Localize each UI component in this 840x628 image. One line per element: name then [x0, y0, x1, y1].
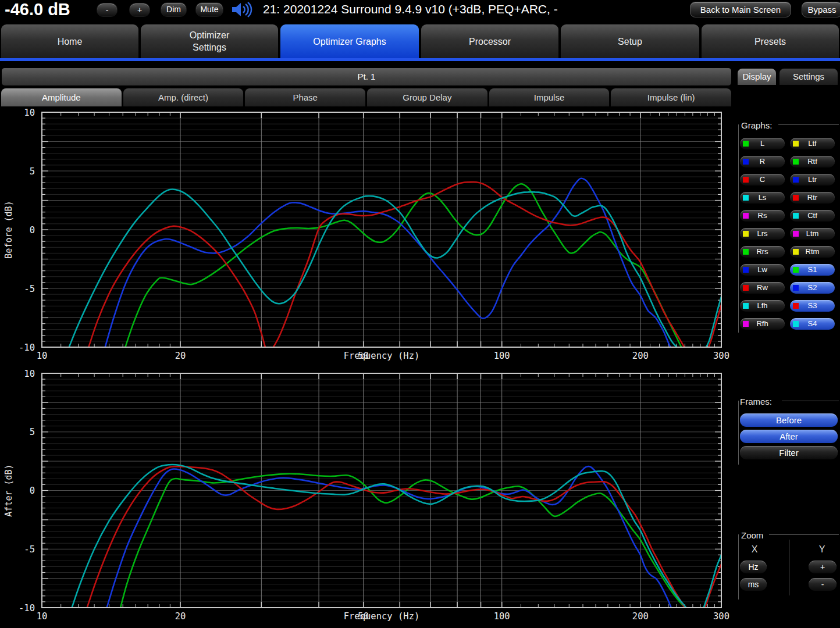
curve-S1 — [122, 184, 721, 367]
x-axis-title: Frequency (Hz) — [344, 351, 420, 361]
graph-button-Rfh[interactable]: Rfh — [740, 318, 785, 330]
main-tab-label: Presets — [732, 35, 808, 48]
channel-color-swatch — [793, 231, 799, 237]
channel-color-swatch — [743, 285, 749, 291]
channel-label: S3 — [808, 301, 817, 310]
x-tick-label: 10 — [37, 611, 48, 622]
graph-button-Rs[interactable]: Rs — [740, 210, 785, 222]
channel-color-swatch — [743, 267, 749, 273]
channel-color-swatch — [793, 195, 799, 201]
x-tick-label: 100 — [494, 351, 510, 361]
main-tab-processor[interactable]: Processor — [421, 24, 558, 58]
panel-tab-settings[interactable]: Settings — [780, 69, 838, 85]
zoom-divider — [789, 540, 789, 595]
channel-color-swatch — [743, 321, 749, 327]
channel-label: S4 — [808, 319, 817, 328]
channel-label: Ltr — [808, 175, 817, 184]
chart-tab-impulse[interactable]: Impulse — [489, 88, 610, 106]
x-tick-label: 20 — [175, 351, 186, 361]
channel-label: Rs — [758, 211, 767, 220]
channel-label: Lfh — [757, 301, 767, 310]
y-tick-label: -10 — [19, 342, 35, 353]
graph-button-S3[interactable]: S3 — [790, 300, 835, 312]
graph-button-Lfh[interactable]: Lfh — [740, 300, 785, 312]
y-tick-label: 5 — [30, 427, 35, 437]
chart-before: 1050-5-10102050100200300Frequency (Hz)Be… — [0, 108, 734, 367]
panel-tab-display[interactable]: Display — [738, 69, 776, 85]
channel-label: Ltf — [808, 139, 816, 148]
y-tick-label: 0 — [30, 486, 35, 496]
graph-button-Ls[interactable]: Ls — [740, 192, 785, 204]
graph-button-L[interactable]: L — [740, 138, 785, 149]
y-tick-label: -5 — [24, 544, 35, 555]
graph-button-C[interactable]: C — [740, 174, 785, 185]
bypass-button[interactable]: Bypass — [802, 2, 840, 17]
chart-tab-impulse-lin-[interactable]: Impulse (lin) — [611, 88, 731, 106]
chart-tab-amp-direct-[interactable]: Amp. (direct) — [123, 88, 244, 106]
graph-button-Ltf[interactable]: Ltf — [790, 138, 835, 149]
graph-button-Lrs[interactable]: Lrs — [740, 228, 785, 240]
graph-button-S4[interactable]: S4 — [790, 318, 835, 330]
chart-tab-amplitude[interactable]: Amplitude — [1, 88, 122, 106]
frames-section-label: Frames: — [740, 397, 772, 406]
main-tab-label: Home — [32, 35, 108, 48]
graph-button-Ctf[interactable]: Ctf — [790, 210, 835, 222]
chart-tab-group-delay[interactable]: Group Delay — [367, 88, 487, 106]
channel-color-swatch — [743, 213, 749, 219]
volume-minus-button[interactable]: - — [97, 3, 118, 17]
mute-button[interactable]: Mute — [195, 2, 223, 17]
y-tick-label: -10 — [19, 603, 35, 613]
channel-label: Rtr — [807, 193, 817, 202]
frame-button-filter[interactable]: Filter — [740, 446, 838, 459]
y-axis-title: After (dB) — [3, 464, 14, 516]
graphs-section-label: Graphs: — [741, 120, 772, 130]
x-tick-label: 200 — [632, 351, 649, 361]
channel-color-swatch — [743, 249, 749, 255]
graph-button-S2[interactable]: S2 — [790, 282, 835, 294]
curve-S3 — [83, 466, 721, 622]
main-tab-optimizer-settings[interactable]: Optimizer Settings — [141, 24, 278, 58]
channel-label: Rw — [757, 283, 768, 292]
graph-button-S1[interactable]: S1 — [790, 264, 835, 276]
back-to-main-button[interactable]: Back to Main Screen — [690, 2, 791, 17]
channel-label: Rtf — [807, 157, 817, 166]
graph-button-Rtm[interactable]: Rtm — [790, 246, 835, 258]
main-tab-setup[interactable]: Setup — [561, 24, 699, 58]
main-tab-home[interactable]: Home — [1, 24, 138, 58]
graph-button-Rw[interactable]: Rw — [740, 282, 785, 294]
graph-button-Rrs[interactable]: Rrs — [740, 246, 785, 258]
chart-tab-phase[interactable]: Phase — [245, 88, 365, 106]
graph-button-Rtf[interactable]: Rtf — [790, 156, 835, 167]
zoom-x-ms-button[interactable]: ms — [740, 578, 767, 591]
channel-color-swatch — [793, 285, 799, 291]
graph-button-R[interactable]: R — [740, 156, 785, 167]
zoom-y-minus-button[interactable]: - — [809, 578, 837, 591]
frame-button-before[interactable]: Before — [740, 413, 838, 427]
x-tick-label: 10 — [37, 351, 48, 361]
channel-color-swatch — [743, 159, 749, 165]
frame-button-after[interactable]: After — [740, 430, 838, 443]
point-header[interactable]: Pt. 1 — [2, 68, 731, 85]
graph-button-Rtr[interactable]: Rtr — [790, 192, 835, 204]
zoom-y-plus-button[interactable]: + — [809, 561, 837, 573]
channel-label: Ltm — [806, 229, 819, 238]
y-axis-title: Before (dB) — [3, 201, 14, 258]
zoom-x-hz-button[interactable]: Hz — [740, 561, 767, 573]
dim-button[interactable]: Dim — [161, 2, 187, 17]
graph-button-Ltm[interactable]: Ltm — [790, 228, 835, 240]
main-tab-presets[interactable]: Presets — [702, 24, 839, 58]
chart-after: 1050-5-10102050100200300Frequency (Hz)Af… — [0, 367, 734, 628]
channel-color-swatch — [793, 141, 799, 147]
x-tick-label: 300 — [713, 611, 729, 622]
graph-button-Lw[interactable]: Lw — [740, 264, 785, 276]
graphs-fieldset-line — [778, 124, 839, 125]
x-tick-label: 200 — [632, 611, 649, 622]
channel-label: C — [760, 175, 765, 184]
main-tab-optimizer-graphs[interactable]: Optimizer Graphs — [280, 24, 419, 58]
graph-button-Ltr[interactable]: Ltr — [790, 174, 835, 185]
curve-S2 — [102, 179, 721, 367]
x-tick-label: 300 — [713, 351, 729, 361]
volume-plus-button[interactable]: + — [129, 3, 150, 17]
zoom-fieldset-border — [738, 534, 739, 600]
main-tab-label: Optimizer Graphs — [312, 35, 387, 48]
